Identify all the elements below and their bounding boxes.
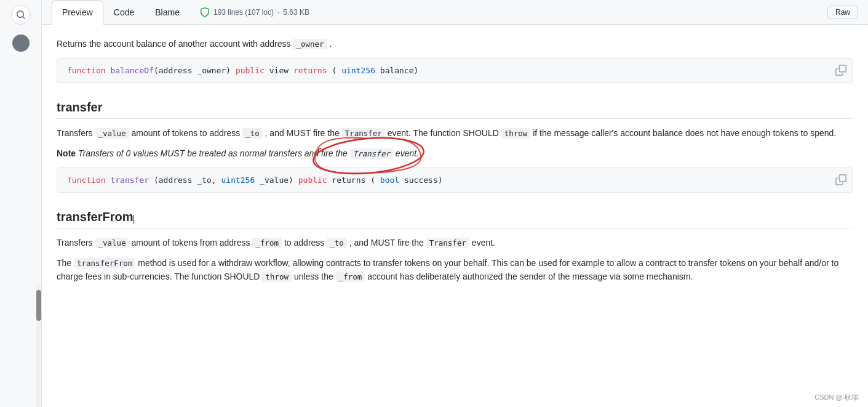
transfer-heading: transfer <box>57 100 853 119</box>
sidebar <box>0 0 42 407</box>
transfer-from-desc1: Transfers _value amount of tokens from a… <box>57 236 853 249</box>
file-size: 5.63 KB <box>283 8 309 17</box>
tf-method-badge: transferFrom <box>74 258 135 268</box>
file-info: 193 lines (107 loc) · 5.63 KB <box>190 7 319 17</box>
balance-of-param: _owner <box>293 39 327 49</box>
transfer-from-heading: transferFrom <box>57 210 853 228</box>
tf-throw-badge: throw <box>262 272 292 282</box>
balance-of-code: function balanceOf(address _owner) publi… <box>57 58 853 83</box>
transfer-code: function transfer (address _to, uint256 … <box>57 167 853 193</box>
file-separator: · <box>277 8 279 17</box>
section-transfer: transfer Transfers _value amount of toke… <box>57 100 853 193</box>
raw-button[interactable]: Raw <box>827 6 858 19</box>
file-lines: 193 lines (107 loc) <box>213 8 274 17</box>
balance-of-description: Returns the account balance of another a… <box>57 37 853 50</box>
transfer-value-badge: _value <box>95 128 129 139</box>
transfer-event-badge: Transfer <box>342 128 385 139</box>
copy-icon[interactable] <box>835 65 846 76</box>
tab-preview[interactable]: Preview <box>52 0 103 25</box>
section-balance-of: Returns the account balance of another a… <box>57 37 853 83</box>
cursor <box>133 215 134 224</box>
tf-to-badge: _to <box>327 238 347 248</box>
annotated-transfer-event: Transfer <box>350 148 396 158</box>
sidebar-avatar <box>12 34 30 52</box>
note-label: Note <box>57 148 76 158</box>
scroll-thumb[interactable] <box>36 290 41 321</box>
tab-group: Preview Code Blame 193 lines (107 loc) ·… <box>52 0 319 25</box>
tab-code[interactable]: Code <box>103 0 145 25</box>
tab-blame[interactable]: Blame <box>145 0 190 25</box>
tab-bar: Preview Code Blame 193 lines (107 loc) ·… <box>42 0 868 25</box>
transfer-from-desc2: The transferFrom method is used for a wi… <box>57 256 853 284</box>
transfer-to-badge: _to <box>242 128 263 139</box>
copy-icon-transfer[interactable] <box>835 174 846 185</box>
tf-value-badge: _value <box>95 238 129 248</box>
transfer-throw-badge: throw <box>501 128 531 139</box>
tf-from2-badge: _from <box>336 272 365 282</box>
watermark: CSDN @-耿瑞- <box>814 393 861 402</box>
content-area[interactable]: Returns the account balance of another a… <box>42 25 868 407</box>
search-button[interactable] <box>11 5 31 25</box>
tf-from-badge: _from <box>252 238 282 248</box>
search-icon <box>16 10 26 20</box>
shield-icon <box>200 7 210 17</box>
transfer-desc1: Transfers _value amount of tokens to add… <box>57 126 853 140</box>
kw-function: function <box>67 66 106 75</box>
transfer-note: Note Transfers of 0 values MUST be treat… <box>57 147 853 160</box>
tf-event-badge: Transfer <box>426 238 469 248</box>
section-transfer-from: transferFrom Transfers _value amount of … <box>57 210 853 283</box>
main-content: Preview Code Blame 193 lines (107 loc) ·… <box>42 0 868 407</box>
